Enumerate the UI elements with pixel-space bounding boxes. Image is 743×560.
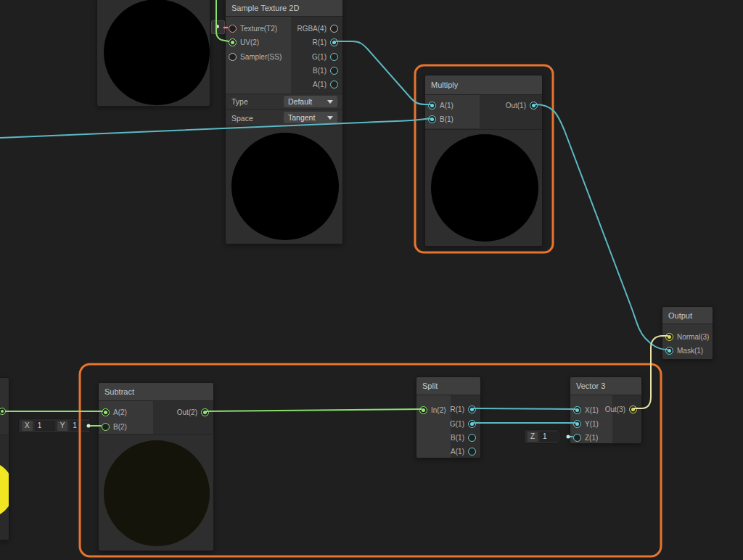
output-port-g-icon[interactable]	[330, 53, 338, 61]
output-port-b-icon[interactable]	[468, 434, 476, 442]
wire-subtract-out-to-split-in[interactable]	[206, 409, 422, 411]
port-row-r[interactable]: R(1)	[313, 36, 338, 49]
port-label: X(1)	[585, 406, 599, 414]
output-port-b-icon[interactable]	[330, 67, 338, 75]
port-label: Out(3)	[605, 405, 625, 413]
port-row-g[interactable]: G(1)	[450, 417, 476, 430]
port-row-uv[interactable]: UV(2)	[229, 36, 259, 49]
space-dropdown[interactable]: Tangent	[284, 112, 337, 123]
input-port-a-icon[interactable]	[102, 408, 110, 416]
port-row-r[interactable]: R(1)	[451, 403, 476, 416]
property-section: Type Default Space Tangent	[226, 94, 342, 125]
port-section: A(2) B(2) Out(2)	[99, 401, 213, 434]
port-label: B(2)	[113, 423, 127, 431]
node-title-bar[interactable]: Multiply	[425, 75, 542, 95]
wire-left-to-multiply-b[interactable]	[0, 119, 430, 139]
port-row-normal[interactable]: Normal(3)	[665, 330, 709, 343]
port-row-b[interactable]: B(1)	[428, 112, 453, 125]
port-row-sampler[interactable]: Sampler(SS)	[229, 50, 282, 63]
node-preview	[226, 125, 342, 244]
wire-r-to-multiply-a[interactable]	[335, 41, 430, 104]
node-title: Split	[422, 382, 438, 390]
port-row-out[interactable]: Out(3)	[605, 403, 637, 416]
port-row-rgba[interactable]: RGBA(4)	[297, 22, 338, 35]
redirect-node[interactable]	[211, 20, 225, 34]
output-port-out-icon[interactable]	[629, 405, 637, 413]
input-port-sampler-icon[interactable]	[229, 53, 237, 61]
y-field-input[interactable]: 1	[70, 421, 90, 431]
output-port-out-icon[interactable]	[530, 102, 538, 110]
port-label: Sampler(SS)	[240, 53, 282, 61]
node-partial-left[interactable]	[0, 377, 9, 540]
input-port-z-icon[interactable]	[573, 434, 581, 442]
port-row-x[interactable]: X(1)	[573, 403, 599, 416]
port-label: A(2)	[113, 408, 127, 416]
node-title-bar[interactable]: Subtract	[99, 383, 213, 401]
input-port-b-icon[interactable]	[428, 115, 436, 123]
node-vector3[interactable]: Vector 3 X(1) Y(1) Z(1) Out(3)	[570, 376, 642, 444]
port-row-in[interactable]: In(2)	[419, 403, 446, 416]
input-port-texture-icon[interactable]	[229, 25, 237, 33]
node-title-bar[interactable]: Split	[416, 377, 480, 395]
vector3-z-inline-value: Z 1	[524, 429, 559, 444]
preview-circle-yellow	[0, 461, 9, 519]
port-label: Y(1)	[585, 420, 599, 428]
node-output[interactable]: Output Normal(3) Mask(1)	[662, 306, 713, 360]
port-row-a[interactable]: A(1)	[428, 99, 453, 112]
output-port-rgba-icon[interactable]	[330, 25, 338, 33]
port-row-b[interactable]: B(1)	[451, 431, 476, 444]
node-subtract[interactable]: Subtract A(2) B(2) Out(2)	[98, 382, 214, 551]
node-title-bar[interactable]: Sample Texture 2D	[226, 0, 342, 17]
input-port-in-icon[interactable]	[419, 406, 427, 414]
port-row-z[interactable]: Z(1)	[573, 431, 598, 444]
output-port-r-icon[interactable]	[468, 405, 476, 413]
port-row-b[interactable]: B(1)	[313, 64, 338, 77]
input-port-y-icon[interactable]	[573, 420, 581, 428]
port-label: A(1)	[313, 81, 327, 88]
z-field-input[interactable]: 1	[540, 432, 560, 442]
port-row-b[interactable]: B(2)	[102, 420, 127, 433]
node-preview-topleft[interactable]	[97, 0, 210, 107]
output-port-a-icon[interactable]	[330, 81, 338, 88]
node-sample-texture-2d[interactable]: Sample Texture 2D Texture(T2) UV(2) Samp…	[225, 0, 343, 244]
input-port-b-icon[interactable]	[102, 423, 110, 431]
port-row-a[interactable]: A(2)	[102, 405, 127, 419]
x-field-label: X	[22, 421, 33, 431]
port-label: B(1)	[451, 434, 464, 442]
input-port-x-icon[interactable]	[573, 406, 581, 414]
x-field-input[interactable]: 1	[35, 421, 55, 431]
port-label: R(1)	[451, 405, 464, 413]
input-port-normal-icon[interactable]	[665, 333, 673, 341]
port-label: Texture(T2)	[240, 25, 277, 33]
output-port-g-icon[interactable]	[468, 420, 476, 428]
port-row-out[interactable]: Out(2)	[177, 405, 209, 419]
y-field-label: Y	[57, 421, 68, 431]
type-dropdown[interactable]: Default	[284, 96, 337, 107]
port-row-a[interactable]: A(1)	[451, 445, 476, 458]
wire-split-r-to-x[interactable]	[473, 408, 575, 409]
input-port-a-icon[interactable]	[428, 102, 436, 110]
port-section: Texture(T2) UV(2) Sampler(SS) RGBA(4) R(…	[226, 17, 342, 94]
port-row-out[interactable]: Out(1)	[506, 99, 538, 112]
port-row-y[interactable]: Y(1)	[573, 417, 599, 430]
output-port-r-icon[interactable]	[330, 38, 338, 46]
output-port-out-icon[interactable]	[201, 408, 209, 416]
port-row-mask[interactable]: Mask(1)	[665, 344, 703, 357]
node-title-bar[interactable]: Output	[662, 307, 713, 324]
node-split[interactable]: Split In(2) R(1) G(1) B(1) A(1)	[416, 376, 481, 458]
output-port-a-icon[interactable]	[468, 448, 476, 456]
wire-multiply-out-to-mask[interactable]	[535, 104, 668, 350]
port-row-texture[interactable]: Texture(T2)	[229, 22, 277, 35]
port-label: Mask(1)	[677, 347, 703, 355]
port-label: B(1)	[313, 67, 327, 75]
input-port-mask-icon[interactable]	[665, 347, 673, 355]
subtract-b-inline-value: X 1 Y 1	[18, 419, 91, 433]
node-title: Sample Texture 2D	[231, 4, 299, 12]
input-port-uv-icon[interactable]	[229, 38, 237, 46]
port-row-a[interactable]: A(1)	[313, 78, 338, 91]
port-label: Out(2)	[177, 408, 197, 416]
port-row-g[interactable]: G(1)	[312, 50, 338, 63]
node-title-bar[interactable]: Vector 3	[570, 377, 641, 395]
node-multiply[interactable]: Multiply A(1) B(1) Out(1)	[424, 75, 543, 247]
node-title: Multiply	[431, 81, 458, 89]
